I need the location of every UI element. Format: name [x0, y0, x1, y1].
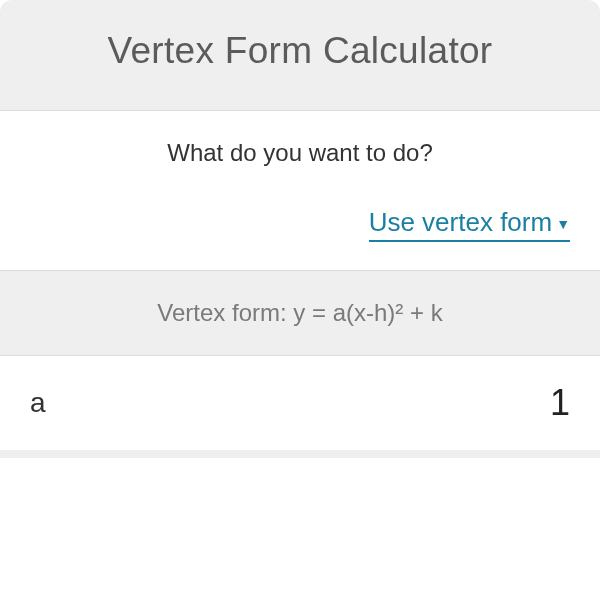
formula-label: Vertex form: y = a(x-h)² + k [30, 299, 570, 327]
chevron-down-icon: ▼ [556, 216, 570, 232]
prompt-section: What do you want to do? [0, 111, 600, 185]
input-row-a[interactable]: a 1 [0, 356, 600, 452]
divider [0, 452, 600, 458]
page-title: Vertex Form Calculator [20, 30, 580, 72]
formula-section: Vertex form: y = a(x-h)² + k [0, 270, 600, 356]
header: Vertex Form Calculator [0, 0, 600, 111]
dropdown-row: Use vertex form ▼ [0, 185, 600, 270]
input-value-a: 1 [550, 382, 570, 424]
mode-dropdown[interactable]: Use vertex form ▼ [369, 207, 570, 242]
calculator-card: Vertex Form Calculator What do you want … [0, 0, 600, 600]
prompt-question: What do you want to do? [30, 139, 570, 167]
mode-dropdown-label: Use vertex form [369, 207, 553, 238]
input-label-a: a [30, 387, 46, 419]
